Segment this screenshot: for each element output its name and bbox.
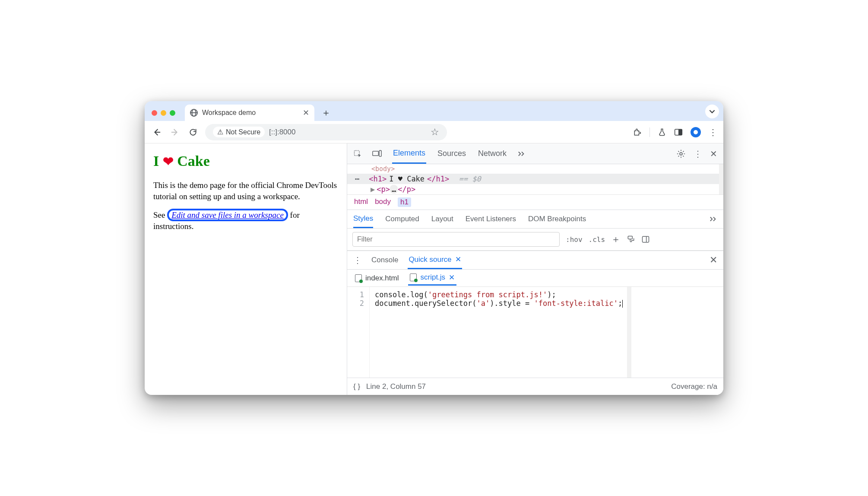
back-button[interactable]	[151, 126, 163, 138]
separator	[649, 127, 650, 137]
computed-panel-button[interactable]	[641, 235, 650, 244]
profile-button[interactable]	[691, 127, 701, 137]
close-icon[interactable]: ✕	[455, 255, 461, 264]
tab-close-button[interactable]: ✕	[303, 108, 309, 118]
hover-toggle[interactable]: :hov	[566, 235, 583, 244]
tab-sources[interactable]: Sources	[437, 144, 467, 163]
elements-tree[interactable]: <body> ⋯ <h1>I ♥ Cake</h1> == $0 ▶<p>…</…	[347, 164, 723, 194]
drawer-tab-console[interactable]: Console	[371, 252, 399, 268]
browser-window: Workspace demo ✕ ＋ ⚠ Not Secure	[145, 101, 723, 395]
bookmark-button[interactable]: ☆	[431, 127, 439, 138]
flask-icon	[658, 127, 666, 137]
reload-icon	[189, 128, 197, 137]
scrollbar[interactable]	[627, 287, 631, 378]
subtab-layout[interactable]: Layout	[431, 211, 453, 227]
format-button[interactable]: { }	[353, 382, 360, 391]
styles-tab-bar: Styles Computed Layout Event Listeners D…	[347, 210, 723, 229]
source-editor[interactable]: 1 2 console.log('greetings from script.j…	[347, 287, 723, 378]
svg-point-5	[680, 153, 682, 155]
url-text: [::]:8000	[269, 128, 295, 137]
breadcrumb-html[interactable]: html	[354, 197, 368, 207]
svg-rect-4	[379, 150, 381, 156]
more-tabs-button[interactable]	[518, 151, 526, 157]
devtools-panel: Elements Sources Network ⋮ ✕	[347, 143, 723, 395]
browser-toolbar: ⚠ Not Secure [::]:8000 ☆ ⋮	[145, 121, 723, 143]
devtools-settings-button[interactable]	[676, 149, 686, 159]
drawer-close-button[interactable]: ✕	[710, 254, 717, 266]
svg-rect-7	[643, 236, 649, 242]
rendered-page: I ❤ Cake This is the demo page for the o…	[145, 143, 347, 395]
devtools-close-button[interactable]: ✕	[710, 149, 717, 159]
intro-paragraph: This is the demo page for the official C…	[153, 180, 338, 202]
subtab-computed[interactable]: Computed	[385, 211, 419, 227]
subtab-event-listeners[interactable]: Event Listeners	[466, 211, 516, 227]
devtools-menu-button[interactable]: ⋮	[694, 149, 702, 159]
brush-icon	[627, 235, 635, 244]
svg-rect-6	[628, 236, 632, 239]
expand-triangle-icon[interactable]: ▶	[371, 185, 375, 194]
breadcrumb-h1[interactable]: h1	[398, 197, 411, 207]
inspect-element-button[interactable]	[353, 149, 362, 158]
security-label: Not Secure	[226, 128, 260, 136]
dom-breadcrumbs[interactable]: html body h1	[347, 194, 723, 210]
chevrons-right-icon	[518, 151, 526, 157]
coverage-status: Coverage: n/a	[671, 382, 717, 391]
side-panel-button[interactable]	[674, 128, 683, 136]
extensions-button[interactable]	[633, 128, 642, 137]
chrome-menu-button[interactable]: ⋮	[709, 127, 717, 137]
subtab-dom-breakpoints[interactable]: DOM Breakpoints	[528, 211, 586, 227]
drawer-menu-button[interactable]: ⋮	[353, 255, 362, 265]
class-toggle[interactable]: .cls	[589, 235, 605, 244]
tutorial-link[interactable]: Edit and save files in a workspace	[171, 210, 284, 219]
styles-filter-input[interactable]	[352, 232, 560, 247]
chevrons-right-icon	[710, 216, 717, 222]
browser-tab[interactable]: Workspace demo ✕	[185, 105, 314, 121]
puzzle-icon	[633, 128, 642, 137]
globe-icon	[190, 109, 198, 117]
maximize-window-button[interactable]	[170, 110, 175, 116]
new-style-rule-button[interactable]: ＋	[611, 233, 621, 246]
text-cursor	[622, 300, 623, 308]
tab-search-button[interactable]	[705, 105, 719, 118]
element-node-selected[interactable]: ⋯ <h1>I ♥ Cake</h1> == $0	[347, 174, 719, 184]
device-toolbar-button[interactable]	[372, 150, 382, 158]
minimize-window-button[interactable]	[161, 110, 166, 116]
tab-network[interactable]: Network	[477, 144, 507, 163]
new-tab-button[interactable]: ＋	[320, 106, 333, 119]
file-tab-index-html[interactable]: index.html	[353, 272, 400, 285]
tab-title: Workspace demo	[202, 109, 256, 117]
cursor-position: Line 2, Column 57	[366, 382, 426, 391]
styles-toolbar: :hov .cls ＋	[347, 229, 723, 251]
file-tab-script-js[interactable]: script.js ✕	[408, 271, 456, 286]
panel-right-icon	[641, 235, 650, 244]
code-area[interactable]: console.log('greetings from script.js!')…	[370, 287, 627, 378]
page-heading: I ❤ Cake	[153, 151, 338, 171]
window-controls	[152, 110, 175, 116]
element-node-p[interactable]: ▶<p>…</p>	[347, 184, 719, 194]
element-node-body[interactable]: <body>	[364, 164, 723, 174]
reload-button[interactable]	[187, 126, 199, 138]
close-icon[interactable]: ✕	[449, 273, 455, 282]
file-tab-bar: index.html script.js ✕	[347, 270, 723, 287]
more-actions-icon[interactable]: ⋯	[355, 175, 359, 183]
forward-button[interactable]	[169, 126, 181, 138]
security-chip[interactable]: ⚠ Not Secure	[213, 127, 265, 137]
styles-more-button[interactable]	[710, 216, 717, 222]
editor-status-bar: { } Line 2, Column 57 Coverage: n/a	[347, 378, 723, 395]
close-window-button[interactable]	[152, 110, 157, 116]
address-bar[interactable]: ⚠ Not Secure [::]:8000 ☆	[205, 124, 447, 140]
content-area: I ❤ Cake This is the demo page for the o…	[145, 143, 723, 395]
gear-icon	[676, 149, 686, 159]
drawer-tab-quick-source[interactable]: Quick source ✕	[408, 251, 462, 269]
svg-rect-3	[373, 151, 379, 156]
breadcrumb-body[interactable]: body	[375, 197, 391, 207]
styles-paint-button[interactable]	[627, 235, 635, 244]
tab-elements[interactable]: Elements	[392, 144, 426, 164]
arrow-left-icon	[152, 127, 162, 137]
file-icon	[355, 274, 362, 282]
labs-button[interactable]	[658, 127, 666, 137]
subtab-styles[interactable]: Styles	[353, 210, 373, 228]
panel-icon	[674, 128, 683, 136]
toolbar-right: ⋮	[633, 127, 717, 137]
devices-icon	[372, 150, 382, 158]
